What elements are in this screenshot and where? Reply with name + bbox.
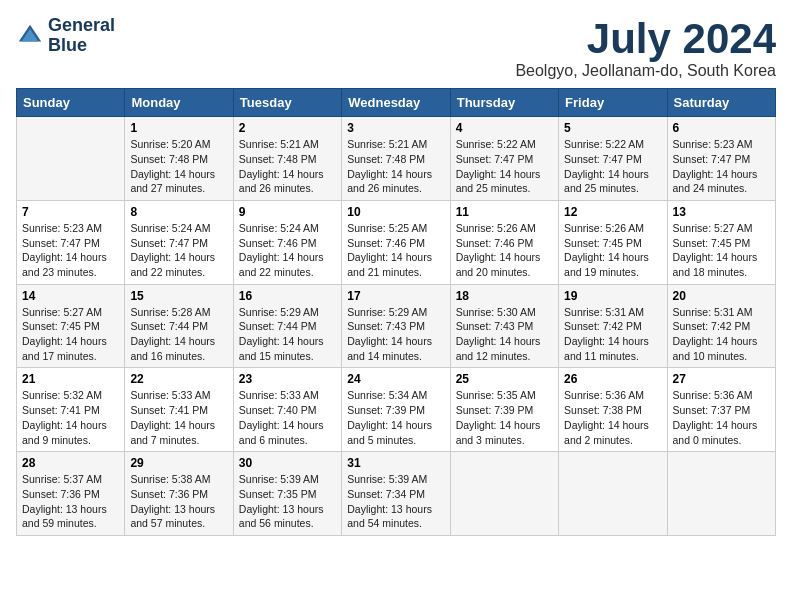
- day-info: Sunrise: 5:36 AMSunset: 7:38 PMDaylight:…: [564, 388, 661, 447]
- weekday-header-wednesday: Wednesday: [342, 89, 450, 117]
- day-info: Sunrise: 5:24 AMSunset: 7:46 PMDaylight:…: [239, 221, 336, 280]
- day-info: Sunrise: 5:26 AMSunset: 7:46 PMDaylight:…: [456, 221, 553, 280]
- day-number: 30: [239, 456, 336, 470]
- day-info: Sunrise: 5:33 AMSunset: 7:40 PMDaylight:…: [239, 388, 336, 447]
- weekday-header-sunday: Sunday: [17, 89, 125, 117]
- calendar-cell: [450, 452, 558, 536]
- calendar-cell: 6Sunrise: 5:23 AMSunset: 7:47 PMDaylight…: [667, 117, 775, 201]
- day-number: 16: [239, 289, 336, 303]
- calendar-cell: 21Sunrise: 5:32 AMSunset: 7:41 PMDayligh…: [17, 368, 125, 452]
- day-info: Sunrise: 5:27 AMSunset: 7:45 PMDaylight:…: [22, 305, 119, 364]
- day-info: Sunrise: 5:33 AMSunset: 7:41 PMDaylight:…: [130, 388, 227, 447]
- day-info: Sunrise: 5:21 AMSunset: 7:48 PMDaylight:…: [347, 137, 444, 196]
- day-info: Sunrise: 5:20 AMSunset: 7:48 PMDaylight:…: [130, 137, 227, 196]
- day-number: 23: [239, 372, 336, 386]
- day-info: Sunrise: 5:29 AMSunset: 7:43 PMDaylight:…: [347, 305, 444, 364]
- day-number: 9: [239, 205, 336, 219]
- calendar-cell: 4Sunrise: 5:22 AMSunset: 7:47 PMDaylight…: [450, 117, 558, 201]
- calendar-cell: 5Sunrise: 5:22 AMSunset: 7:47 PMDaylight…: [559, 117, 667, 201]
- day-number: 10: [347, 205, 444, 219]
- day-info: Sunrise: 5:32 AMSunset: 7:41 PMDaylight:…: [22, 388, 119, 447]
- day-info: Sunrise: 5:23 AMSunset: 7:47 PMDaylight:…: [22, 221, 119, 280]
- day-info: Sunrise: 5:23 AMSunset: 7:47 PMDaylight:…: [673, 137, 770, 196]
- day-number: 11: [456, 205, 553, 219]
- weekday-header-friday: Friday: [559, 89, 667, 117]
- day-number: 5: [564, 121, 661, 135]
- day-number: 26: [564, 372, 661, 386]
- calendar-cell: 11Sunrise: 5:26 AMSunset: 7:46 PMDayligh…: [450, 200, 558, 284]
- calendar-cell: 27Sunrise: 5:36 AMSunset: 7:37 PMDayligh…: [667, 368, 775, 452]
- calendar-cell: 2Sunrise: 5:21 AMSunset: 7:48 PMDaylight…: [233, 117, 341, 201]
- calendar-cell: 7Sunrise: 5:23 AMSunset: 7:47 PMDaylight…: [17, 200, 125, 284]
- day-info: Sunrise: 5:21 AMSunset: 7:48 PMDaylight:…: [239, 137, 336, 196]
- calendar-week-2: 7Sunrise: 5:23 AMSunset: 7:47 PMDaylight…: [17, 200, 776, 284]
- day-info: Sunrise: 5:35 AMSunset: 7:39 PMDaylight:…: [456, 388, 553, 447]
- day-number: 20: [673, 289, 770, 303]
- calendar-week-4: 21Sunrise: 5:32 AMSunset: 7:41 PMDayligh…: [17, 368, 776, 452]
- day-number: 3: [347, 121, 444, 135]
- logo-icon: [16, 22, 44, 50]
- calendar-cell: 3Sunrise: 5:21 AMSunset: 7:48 PMDaylight…: [342, 117, 450, 201]
- day-number: 2: [239, 121, 336, 135]
- calendar-cell: 26Sunrise: 5:36 AMSunset: 7:38 PMDayligh…: [559, 368, 667, 452]
- calendar-cell: 10Sunrise: 5:25 AMSunset: 7:46 PMDayligh…: [342, 200, 450, 284]
- logo-text: General Blue: [48, 16, 115, 56]
- day-number: 21: [22, 372, 119, 386]
- day-info: Sunrise: 5:37 AMSunset: 7:36 PMDaylight:…: [22, 472, 119, 531]
- day-number: 1: [130, 121, 227, 135]
- calendar-week-5: 28Sunrise: 5:37 AMSunset: 7:36 PMDayligh…: [17, 452, 776, 536]
- day-info: Sunrise: 5:34 AMSunset: 7:39 PMDaylight:…: [347, 388, 444, 447]
- month-title: July 2024: [515, 16, 776, 62]
- day-info: Sunrise: 5:39 AMSunset: 7:35 PMDaylight:…: [239, 472, 336, 531]
- day-number: 12: [564, 205, 661, 219]
- weekday-header-tuesday: Tuesday: [233, 89, 341, 117]
- weekday-header-row: SundayMondayTuesdayWednesdayThursdayFrid…: [17, 89, 776, 117]
- calendar-table: SundayMondayTuesdayWednesdayThursdayFrid…: [16, 88, 776, 536]
- calendar-cell: 20Sunrise: 5:31 AMSunset: 7:42 PMDayligh…: [667, 284, 775, 368]
- day-info: Sunrise: 5:26 AMSunset: 7:45 PMDaylight:…: [564, 221, 661, 280]
- day-info: Sunrise: 5:39 AMSunset: 7:34 PMDaylight:…: [347, 472, 444, 531]
- day-number: 24: [347, 372, 444, 386]
- calendar-cell: 31Sunrise: 5:39 AMSunset: 7:34 PMDayligh…: [342, 452, 450, 536]
- calendar-cell: 18Sunrise: 5:30 AMSunset: 7:43 PMDayligh…: [450, 284, 558, 368]
- day-number: 31: [347, 456, 444, 470]
- calendar-cell: 23Sunrise: 5:33 AMSunset: 7:40 PMDayligh…: [233, 368, 341, 452]
- day-info: Sunrise: 5:36 AMSunset: 7:37 PMDaylight:…: [673, 388, 770, 447]
- day-number: 22: [130, 372, 227, 386]
- calendar-cell: 15Sunrise: 5:28 AMSunset: 7:44 PMDayligh…: [125, 284, 233, 368]
- day-number: 4: [456, 121, 553, 135]
- day-number: 8: [130, 205, 227, 219]
- calendar-cell: 14Sunrise: 5:27 AMSunset: 7:45 PMDayligh…: [17, 284, 125, 368]
- calendar-cell: 13Sunrise: 5:27 AMSunset: 7:45 PMDayligh…: [667, 200, 775, 284]
- day-info: Sunrise: 5:29 AMSunset: 7:44 PMDaylight:…: [239, 305, 336, 364]
- day-info: Sunrise: 5:30 AMSunset: 7:43 PMDaylight:…: [456, 305, 553, 364]
- calendar-cell: 8Sunrise: 5:24 AMSunset: 7:47 PMDaylight…: [125, 200, 233, 284]
- day-number: 14: [22, 289, 119, 303]
- day-info: Sunrise: 5:25 AMSunset: 7:46 PMDaylight:…: [347, 221, 444, 280]
- calendar-cell: 24Sunrise: 5:34 AMSunset: 7:39 PMDayligh…: [342, 368, 450, 452]
- day-info: Sunrise: 5:31 AMSunset: 7:42 PMDaylight:…: [673, 305, 770, 364]
- weekday-header-monday: Monday: [125, 89, 233, 117]
- calendar-cell: 29Sunrise: 5:38 AMSunset: 7:36 PMDayligh…: [125, 452, 233, 536]
- weekday-header-saturday: Saturday: [667, 89, 775, 117]
- day-info: Sunrise: 5:27 AMSunset: 7:45 PMDaylight:…: [673, 221, 770, 280]
- day-number: 15: [130, 289, 227, 303]
- day-number: 28: [22, 456, 119, 470]
- weekday-header-thursday: Thursday: [450, 89, 558, 117]
- day-number: 18: [456, 289, 553, 303]
- calendar-week-3: 14Sunrise: 5:27 AMSunset: 7:45 PMDayligh…: [17, 284, 776, 368]
- day-number: 13: [673, 205, 770, 219]
- logo: General Blue: [16, 16, 115, 56]
- calendar-cell: 12Sunrise: 5:26 AMSunset: 7:45 PMDayligh…: [559, 200, 667, 284]
- day-number: 25: [456, 372, 553, 386]
- day-info: Sunrise: 5:24 AMSunset: 7:47 PMDaylight:…: [130, 221, 227, 280]
- day-info: Sunrise: 5:22 AMSunset: 7:47 PMDaylight:…: [564, 137, 661, 196]
- calendar-cell: 30Sunrise: 5:39 AMSunset: 7:35 PMDayligh…: [233, 452, 341, 536]
- day-info: Sunrise: 5:31 AMSunset: 7:42 PMDaylight:…: [564, 305, 661, 364]
- location-title: Beolgyo, Jeollanam-do, South Korea: [515, 62, 776, 80]
- calendar-cell: 19Sunrise: 5:31 AMSunset: 7:42 PMDayligh…: [559, 284, 667, 368]
- day-info: Sunrise: 5:28 AMSunset: 7:44 PMDaylight:…: [130, 305, 227, 364]
- calendar-cell: [17, 117, 125, 201]
- calendar-cell: [667, 452, 775, 536]
- calendar-cell: 16Sunrise: 5:29 AMSunset: 7:44 PMDayligh…: [233, 284, 341, 368]
